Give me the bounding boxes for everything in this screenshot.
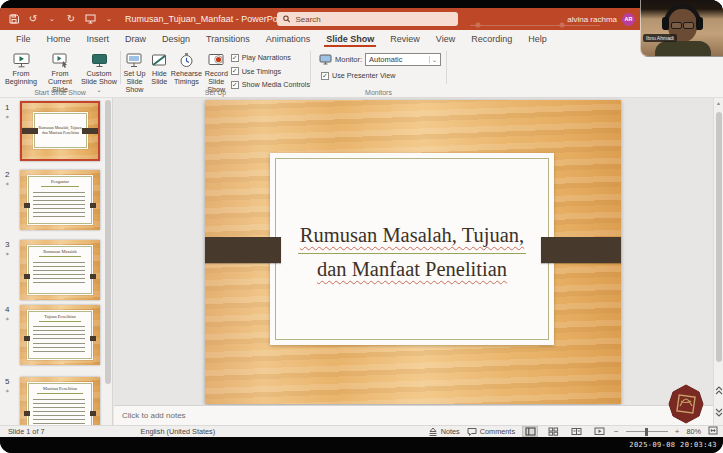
search-bar[interactable]: [277, 12, 458, 26]
slide-thumbnail-3[interactable]: Rumusan Masalah: [20, 240, 100, 300]
thumbnail-scrollbar[interactable]: [105, 100, 111, 423]
group-label: Start Slide Show: [0, 89, 120, 96]
search-input[interactable]: [295, 15, 452, 24]
use-timings-checkbox[interactable]: ✓ Use Timings: [231, 67, 310, 76]
screen-recording-frame: ↺ ⌄ ↻ ⌄ Rumusan_Tujuan_Manfaat - PowerPo…: [0, 0, 723, 453]
animation-star-icon: ✶: [5, 316, 10, 322]
slide-count: Slide 1 of 7: [8, 427, 45, 436]
custom-slide-show-button[interactable]: Custom Slide Show ⌄: [81, 49, 118, 94]
zoom-level[interactable]: 80%: [686, 427, 701, 436]
redo-icon[interactable]: ↻: [65, 12, 77, 26]
thumbnail-meta: 2 ✶: [5, 170, 17, 187]
slide-title-text[interactable]: Rumusan Masalah, Tujuan, dan Manfaat Pen…: [270, 220, 554, 285]
tab-home[interactable]: Home: [39, 30, 79, 47]
monitor-icon: [319, 54, 332, 65]
scroll-up-icon[interactable]: ▲: [714, 100, 723, 106]
slide-canvas[interactable]: Rumusan Masalah, Tujuan, dan Manfaat Pen…: [114, 98, 713, 425]
thumbnail-meta: 4 ✶: [5, 305, 17, 322]
letterbox-top: [0, 0, 723, 8]
slide-sorter-icon: [548, 427, 559, 436]
powerpoint-titlebar: ↺ ⌄ ↻ ⌄ Rumusan_Tujuan_Manfaat - PowerPo…: [0, 8, 723, 30]
webcam-tile: Ibnu Ahmadi: [640, 0, 723, 57]
zoom-slider-knob[interactable]: [645, 428, 648, 436]
language-button[interactable]: English (United States): [141, 427, 216, 436]
zoom-slider[interactable]: [626, 431, 668, 432]
animation-star-icon: ✶: [5, 388, 10, 394]
participant-shirt: [655, 41, 711, 57]
tab-transitions[interactable]: Transitions: [198, 30, 258, 47]
tab-view[interactable]: View: [428, 30, 463, 47]
scrollbar-thumb[interactable]: [716, 112, 722, 362]
next-slide-button[interactable]: [714, 403, 723, 421]
tab-slide-show[interactable]: Slide Show: [318, 30, 382, 47]
canvas-scrollbar[interactable]: ▲: [713, 98, 723, 425]
scrollbar-thumb[interactable]: [105, 100, 111, 384]
main-area: 1 ✶ Rumusan Masalah, Tujuan,dan Manfaat …: [0, 98, 723, 425]
customize-qat-icon[interactable]: ⌄: [103, 12, 115, 26]
from-beginning-button[interactable]: From Beginning: [3, 49, 40, 94]
checkbox-check-icon: ✓: [231, 54, 239, 62]
zoom-in-button[interactable]: +: [675, 427, 680, 436]
use-presenter-view-checkbox[interactable]: ✓ Use Presenter View: [321, 71, 395, 80]
slide-sorter-view-button[interactable]: [545, 426, 561, 437]
group-label: Set Up: [121, 89, 310, 96]
zoom-out-button[interactable]: −: [614, 427, 619, 436]
tab-draw[interactable]: Draw: [117, 30, 154, 47]
show-media-controls-checkbox[interactable]: ✓ Show Media Controls: [231, 80, 310, 89]
tab-review[interactable]: Review: [382, 30, 428, 47]
notes-pane[interactable]: Click to add notes: [114, 405, 713, 425]
thumbnail-meta: 1 ✶: [5, 103, 17, 120]
notes-icon: [428, 427, 438, 437]
record-slide-show-icon: [208, 51, 225, 68]
previous-slide-button[interactable]: [714, 381, 723, 399]
current-slide[interactable]: Rumusan Masalah, Tujuan, dan Manfaat Pen…: [205, 100, 621, 404]
play-narrations-checkbox[interactable]: ✓ Play Narrations: [231, 53, 310, 62]
fit-slide-button[interactable]: [708, 426, 718, 437]
tab-animations[interactable]: Animations: [258, 30, 319, 47]
animation-star-icon: ✶: [5, 251, 10, 257]
tab-insert[interactable]: Insert: [79, 30, 118, 47]
headphone-cup-right: [696, 17, 703, 30]
slide-show-icon: [594, 427, 605, 436]
checkbox-check-icon: ✓: [321, 72, 329, 80]
institution-logo: [668, 384, 704, 424]
tab-recording[interactable]: Recording: [463, 30, 520, 47]
reading-view-button[interactable]: [568, 426, 584, 437]
participant-name-tag: Ibnu Ahmadi: [643, 34, 677, 42]
fit-slide-icon: [708, 426, 718, 435]
ribbon: From Beginning From Current Slide Custom…: [0, 47, 723, 98]
slide-thumbnail-2[interactable]: Pengantar: [20, 170, 100, 230]
account-area[interactable]: alvina rachma AR: [567, 8, 635, 30]
headphone-cup-left: [662, 17, 669, 30]
save-icon[interactable]: [8, 12, 20, 26]
undo-icon[interactable]: ↺: [27, 12, 39, 26]
quick-access-toolbar: ↺ ⌄ ↻ ⌄: [8, 8, 115, 30]
slide-show-view-button[interactable]: [591, 426, 607, 437]
tab-file[interactable]: File: [8, 30, 39, 47]
start-slideshow-qat-icon[interactable]: [84, 12, 96, 26]
avatar[interactable]: AR: [622, 13, 635, 26]
slide-thumbnail-5[interactable]: Manfaat Penelitian: [20, 377, 100, 425]
group-separator: [446, 51, 447, 84]
from-current-slide-button[interactable]: From Current Slide: [42, 49, 79, 94]
normal-view-button[interactable]: [522, 426, 538, 437]
slide-thumbnail-4[interactable]: Tujuan Penelitian: [20, 305, 100, 365]
thumbnail-meta: 3 ✶: [5, 240, 17, 257]
undo-dropdown-icon[interactable]: ⌄: [46, 12, 58, 26]
checkbox-check-icon: ✓: [231, 67, 239, 75]
ribbon-tab-bar: File Home Insert Draw Design Transitions…: [0, 30, 723, 47]
checkbox-check-icon: ✓: [231, 81, 239, 89]
from-beginning-icon: [13, 51, 30, 68]
from-current-slide-icon: [52, 51, 69, 68]
thumbnail-meta: 5 ✶: [5, 377, 17, 394]
custom-slide-show-icon: [91, 51, 108, 68]
search-icon: [283, 15, 290, 23]
tab-help[interactable]: Help: [520, 30, 555, 47]
comments-button[interactable]: Comments: [467, 427, 515, 437]
account-name: alvina rachma: [567, 15, 617, 24]
notes-toggle-button[interactable]: Notes: [428, 427, 460, 437]
slide-thumbnail-1[interactable]: Rumusan Masalah, Tujuan,dan Manfaat Pene…: [20, 101, 100, 161]
monitor-select[interactable]: Automatic ⌄: [365, 53, 441, 66]
set-up-group: Set Up Slide Show Hide Slide Rehearse Ti…: [121, 47, 310, 97]
tab-design[interactable]: Design: [154, 30, 198, 47]
